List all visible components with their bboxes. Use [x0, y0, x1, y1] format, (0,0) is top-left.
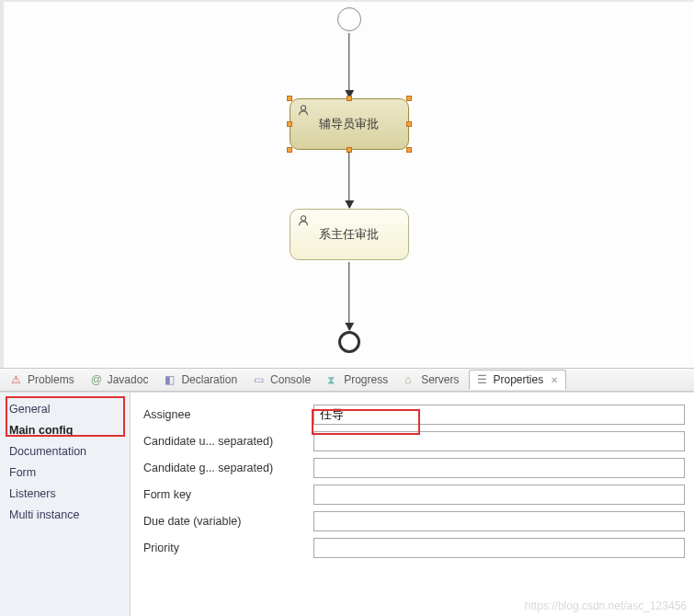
- form-key-input[interactable]: [313, 485, 685, 505]
- sidebar-item-main-config[interactable]: Main config: [0, 420, 130, 440]
- tab-label: Javadoc: [108, 373, 149, 386]
- declaration-icon: ◧: [165, 373, 177, 386]
- tab-label: Properties: [494, 373, 544, 386]
- sidebar-item-form[interactable]: Form: [0, 462, 130, 483]
- user-task-2[interactable]: 系主任审批: [290, 209, 409, 260]
- resize-handle[interactable]: [287, 96, 292, 101]
- tab-label: Progress: [344, 373, 388, 386]
- resize-handle[interactable]: [406, 121, 412, 127]
- sidebar-item-label: Multi instance: [9, 508, 79, 521]
- tab-console[interactable]: ▭ Console: [246, 371, 318, 389]
- form-key-label: Form key: [143, 488, 313, 501]
- sidebar-item-label: Form: [9, 466, 36, 479]
- candidate-users-label: Candidate u... separated): [143, 435, 313, 448]
- task-label: 辅导员审批: [319, 116, 379, 132]
- console-icon: ▭: [254, 373, 267, 386]
- javadoc-icon: @: [91, 373, 104, 386]
- tab-label: Console: [270, 373, 311, 386]
- tab-problems[interactable]: ⚠ Problems: [4, 371, 82, 389]
- close-icon[interactable]: ✕: [551, 375, 558, 385]
- tab-servers[interactable]: ⌂ Servers: [397, 371, 466, 389]
- tab-label: Declaration: [181, 373, 237, 386]
- properties-panel: General Main config Documentation Form L…: [0, 392, 694, 616]
- sidebar-item-multi-instance[interactable]: Multi instance: [0, 505, 130, 525]
- sidebar-item-label: General: [9, 403, 50, 416]
- svg-point-1: [301, 216, 305, 221]
- user-task-icon: [297, 104, 310, 117]
- sidebar-item-documentation[interactable]: Documentation: [0, 441, 130, 462]
- sequence-flow-3[interactable]: [348, 262, 350, 330]
- candidate-users-input[interactable]: [313, 431, 685, 451]
- sequence-flow-2[interactable]: [348, 152, 350, 208]
- resize-handle[interactable]: [287, 147, 292, 153]
- resize-handle[interactable]: [287, 121, 292, 127]
- tab-javadoc[interactable]: @ Javadoc: [84, 371, 156, 389]
- tab-declaration[interactable]: ◧ Declaration: [157, 371, 245, 389]
- assignee-label: Assignee: [143, 408, 313, 421]
- end-event-node[interactable]: [338, 331, 360, 353]
- properties-form: Assignee Candidate u... separated) Candi…: [131, 393, 694, 616]
- priority-label: Priority: [143, 542, 313, 554]
- properties-sidebar: General Main config Documentation Form L…: [0, 393, 131, 616]
- sidebar-item-label: Main config: [9, 424, 73, 437]
- start-event-node[interactable]: [337, 7, 361, 31]
- resize-handle[interactable]: [406, 96, 412, 101]
- user-task-icon: [297, 214, 310, 227]
- priority-input[interactable]: [313, 538, 685, 558]
- diagram-canvas[interactable]: 辅导员审批 系主任审批: [0, 0, 694, 368]
- sequence-flow-1[interactable]: [348, 33, 350, 97]
- due-date-input[interactable]: [313, 511, 685, 531]
- problems-icon: ⚠: [11, 373, 24, 386]
- servers-icon: ⌂: [404, 373, 417, 386]
- properties-icon: ☰: [477, 373, 490, 386]
- sidebar-item-general[interactable]: General: [0, 399, 130, 419]
- svg-point-0: [301, 106, 305, 110]
- watermark-text: https://blog.csdn.net/asc_123456: [525, 599, 687, 612]
- due-date-label: Due date (variable): [143, 515, 313, 528]
- progress-icon: ⧗: [327, 373, 340, 386]
- task-label: 系主任审批: [319, 226, 379, 243]
- resize-handle[interactable]: [406, 147, 412, 153]
- sidebar-item-label: Documentation: [9, 445, 86, 458]
- tab-label: Problems: [28, 373, 74, 386]
- resize-handle[interactable]: [347, 96, 352, 101]
- sidebar-item-listeners[interactable]: Listeners: [0, 484, 130, 504]
- assignee-input[interactable]: [313, 405, 685, 425]
- candidate-groups-label: Candidate g... separated): [143, 462, 313, 474]
- candidate-groups-input[interactable]: [313, 458, 685, 478]
- user-task-1[interactable]: 辅导员审批: [290, 98, 409, 150]
- view-tabbar: ⚠ Problems @ Javadoc ◧ Declaration ▭ Con…: [0, 368, 694, 392]
- tab-label: Servers: [421, 373, 459, 386]
- sidebar-item-label: Listeners: [9, 487, 56, 500]
- tab-properties[interactable]: ☰ Properties ✕: [469, 370, 567, 390]
- tab-progress[interactable]: ⧗ Progress: [320, 371, 395, 389]
